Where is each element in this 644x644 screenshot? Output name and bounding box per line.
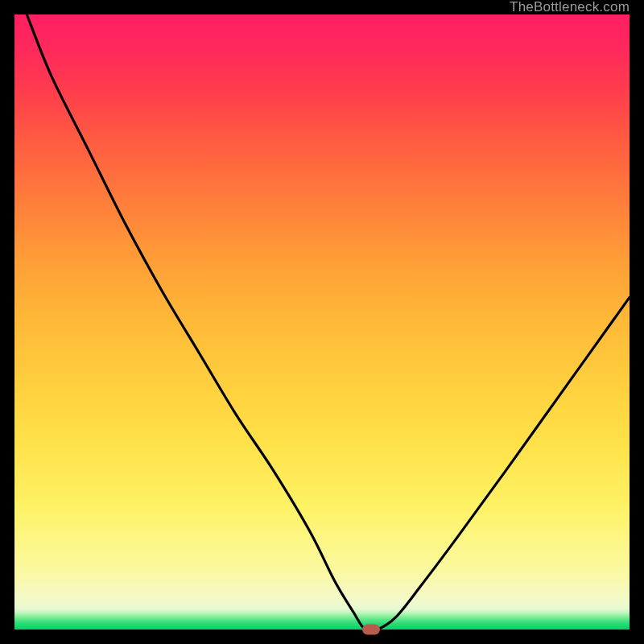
plot-area	[14, 14, 630, 630]
bottleneck-curve	[14, 14, 630, 630]
chart-frame: TheBottleneck.com	[0, 0, 644, 644]
watermark-text: TheBottleneck.com	[510, 0, 630, 14]
optimum-marker	[362, 625, 380, 635]
